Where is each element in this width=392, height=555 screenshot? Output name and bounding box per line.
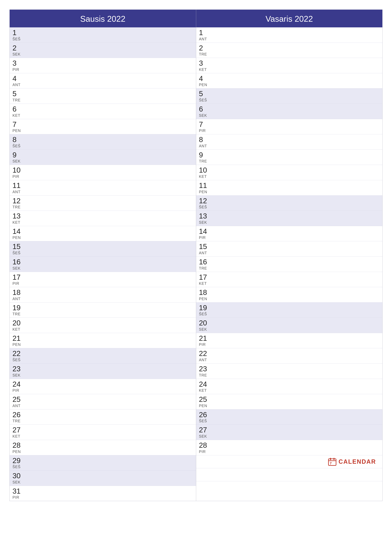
month-header-february: Vasaris 2022 [196, 10, 383, 27]
february-day-5: 5ŠEŠ [196, 88, 383, 104]
january-day-28: 28PEN [10, 440, 196, 455]
svg-rect-1 [330, 458, 331, 460]
february-day-25: 25PEN [196, 394, 383, 409]
january-day-21: 21PEN [10, 333, 196, 348]
calendar-logo-icon: 7 [328, 458, 336, 466]
january-day-10: 10PIR [10, 165, 196, 180]
january-day-3: 3PIR [10, 58, 196, 73]
january-day-5: 5TRE [10, 88, 196, 104]
january-day-23: 23SEK [10, 364, 196, 379]
february-day-22: 22ANT [196, 348, 383, 364]
january-day-12: 12TRE [10, 196, 196, 211]
january-day-8: 8ŠEŠ [10, 134, 196, 150]
february-empty-row-1 [196, 468, 383, 481]
january-day-29: 29ŠEŠ [10, 455, 196, 471]
february-day-16: 16TRE [196, 257, 383, 272]
calendar-container: Sausis 2022 Vasaris 2022 1ŠEŠ2SEK3PIR4AN… [9, 9, 383, 501]
january-day-26: 26TRE [10, 409, 196, 425]
january-day-30: 30SEK [10, 470, 196, 486]
february-day-10: 10KET [196, 165, 383, 180]
february-column: 1ANT2TRE3KET4PEN5ŠEŠ6SEK7PIR8ANT9TRE10KE… [196, 27, 383, 501]
february-day-26: 26ŠEŠ [196, 409, 383, 425]
february-day-7: 7PIR [196, 119, 383, 134]
february-day-19: 19ŠEŠ [196, 302, 383, 318]
january-day-9: 9SEK [10, 150, 196, 165]
january-day-1: 1ŠEŠ [10, 27, 196, 43]
logo-area: 7 CALENDAR [328, 458, 376, 466]
january-day-16: 16SEK [10, 257, 196, 272]
svg-rect-2 [334, 458, 335, 460]
february-day-21: 21PIR [196, 333, 383, 348]
january-column: 1ŠEŠ2SEK3PIR4ANT5TRE6KET7PEN8ŠEŠ9SEK10PI… [10, 27, 196, 501]
february-day-18: 18PEN [196, 287, 383, 302]
february-day-28: 28PIR [196, 440, 383, 455]
february-day-15: 15ANT [196, 241, 383, 257]
february-day-24: 24KET [196, 379, 383, 394]
calendar-header-row: Sausis 2022 Vasaris 2022 [10, 10, 382, 27]
february-day-17: 17KET [196, 272, 383, 287]
february-day-1: 1ANT [196, 27, 383, 43]
february-day-4: 4PEN [196, 73, 383, 89]
january-day-6: 6KET [10, 104, 196, 119]
february-day-27: 27SEK [196, 425, 383, 440]
january-day-2: 2SEK [10, 43, 196, 58]
february-day-14: 14PIR [196, 226, 383, 241]
february-day-8: 8ANT [196, 134, 383, 150]
january-day-24: 24PIR [10, 379, 196, 394]
february-day-23: 23TRE [196, 364, 383, 379]
february-day-2: 2TRE [196, 43, 383, 58]
january-day-25: 25ANT [10, 394, 196, 409]
logo-text: CALENDAR [339, 458, 376, 465]
january-day-31: 31PIR [10, 486, 196, 501]
january-day-14: 14PEN [10, 226, 196, 241]
logo-row: 7 CALENDAR [196, 455, 383, 468]
january-day-22: 22ŠEŠ [10, 348, 196, 364]
february-day-9: 9TRE [196, 150, 383, 165]
february-day-11: 11PEN [196, 180, 383, 196]
svg-text:7: 7 [330, 461, 332, 465]
january-day-19: 19TRE [10, 302, 196, 318]
january-day-18: 18ANT [10, 287, 196, 302]
january-day-27: 27KET [10, 425, 196, 440]
february-day-20: 20SEK [196, 318, 383, 333]
february-day-12: 12ŠEŠ [196, 196, 383, 211]
january-day-13: 13KET [10, 211, 196, 226]
february-day-13: 13SEK [196, 211, 383, 226]
february-day-6: 6SEK [196, 104, 383, 119]
february-empty-row-2 [196, 481, 383, 494]
january-day-11: 11ANT [10, 180, 196, 196]
january-day-20: 20KET [10, 318, 196, 333]
month-header-january: Sausis 2022 [10, 10, 196, 27]
january-day-17: 17PIR [10, 272, 196, 287]
january-day-7: 7PEN [10, 119, 196, 134]
calendar-body: 1ŠEŠ2SEK3PIR4ANT5TRE6KET7PEN8ŠEŠ9SEK10PI… [10, 27, 382, 501]
january-day-4: 4ANT [10, 73, 196, 89]
february-day-3: 3KET [196, 58, 383, 73]
january-day-15: 15ŠEŠ [10, 241, 196, 257]
